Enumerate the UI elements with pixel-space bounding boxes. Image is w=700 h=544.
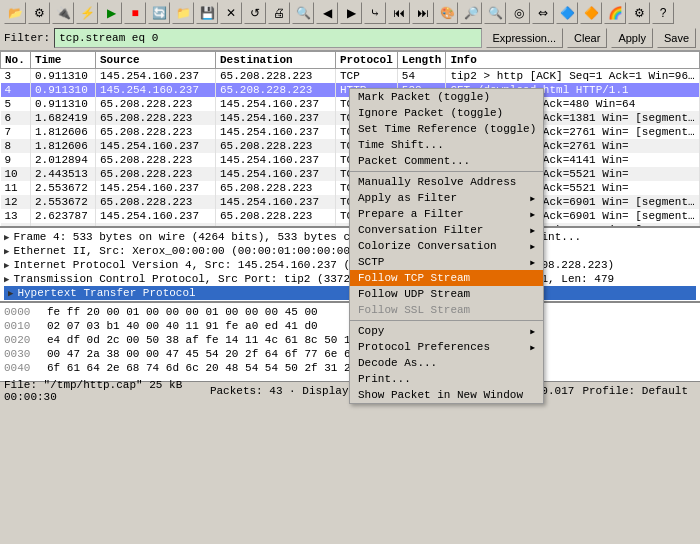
normal-size-icon[interactable]: ◎ — [508, 2, 530, 24]
menu-item-prepare-a-filter[interactable]: Prepare a Filter▶ — [350, 206, 543, 222]
col-length[interactable]: Length — [397, 52, 446, 69]
find-icon[interactable]: 🔍 — [292, 2, 314, 24]
zoom-in-icon[interactable]: 🔎 — [460, 2, 482, 24]
help-icon[interactable]: ? — [652, 2, 674, 24]
cell-source: 145.254.160.237 — [96, 139, 216, 153]
prefs-icon[interactable]: ⚙ — [628, 2, 650, 24]
stop-capture-icon[interactable]: ■ — [124, 2, 146, 24]
tree-arrow: ▶ — [4, 246, 9, 257]
menu-item-set-time-reference--toggle-[interactable]: Set Time Reference (toggle) — [350, 121, 543, 137]
menu-item-show-packet-in-new-window[interactable]: Show Packet in New Window — [350, 387, 543, 403]
menu-item-sctp[interactable]: SCTP▶ — [350, 254, 543, 270]
cell-destination: 145.254.160.237 — [216, 195, 336, 209]
save-file-icon[interactable]: 💾 — [196, 2, 218, 24]
menu-item-label: Show Packet in New Window — [358, 389, 523, 401]
prev-icon[interactable]: ◀ — [316, 2, 338, 24]
col-protocol[interactable]: Protocol — [336, 52, 398, 69]
next-icon[interactable]: ▶ — [340, 2, 362, 24]
open-icon[interactable]: 📂 — [4, 2, 26, 24]
submenu-arrow-icon: ▶ — [530, 194, 535, 203]
col-no[interactable]: No. — [1, 52, 31, 69]
menu-item-time-shift---[interactable]: Time Shift... — [350, 137, 543, 153]
menu-item-colorize-conversation[interactable]: Colorize Conversation▶ — [350, 238, 543, 254]
menu-item-label: Manually Resolve Address — [358, 176, 516, 188]
hex-bytes: 02 07 03 b1 40 00 40 11 91 fe a0 ed 41 d… — [47, 319, 342, 333]
cell-time: 0.911310 — [31, 97, 96, 111]
cell-source: 145.254.160.237 — [96, 209, 216, 223]
col-info[interactable]: Info — [446, 52, 700, 69]
submenu-arrow-icon: ▶ — [530, 242, 535, 251]
menu-separator — [350, 171, 543, 172]
tree-arrow: ▶ — [4, 260, 9, 271]
menu-item-manually-resolve-address[interactable]: Manually Resolve Address — [350, 174, 543, 190]
menu-item-copy[interactable]: Copy▶ — [350, 323, 543, 339]
zoom-out-icon[interactable]: 🔍 — [484, 2, 506, 24]
cell-time: 2.443513 — [31, 167, 96, 181]
capture-interfaces-icon[interactable]: 🔌 — [52, 2, 74, 24]
cell-source: 65.208.228.223 — [96, 125, 216, 139]
cell-destination: 145.254.160.237 — [216, 125, 336, 139]
menu-item-label: Apply as Filter — [358, 192, 457, 204]
cell-no: 9 — [1, 153, 31, 167]
start-capture-icon[interactable]: ▶ — [100, 2, 122, 24]
menu-item-protocol-preferences[interactable]: Protocol Preferences▶ — [350, 339, 543, 355]
display-filters-icon[interactable]: 🔶 — [580, 2, 602, 24]
menu-item-label: Time Shift... — [358, 139, 444, 151]
submenu-arrow-icon: ▶ — [530, 226, 535, 235]
capture-options-icon[interactable]: ⚡ — [76, 2, 98, 24]
cell-source: 145.254.160.237 — [96, 69, 216, 84]
menu-item-conversation-filter[interactable]: Conversation Filter▶ — [350, 222, 543, 238]
menu-item-packet-comment---[interactable]: Packet Comment... — [350, 153, 543, 169]
menu-item-label: Copy — [358, 325, 384, 337]
close-file-icon[interactable]: ✕ — [220, 2, 242, 24]
print-icon[interactable]: 🖨 — [268, 2, 290, 24]
save-button[interactable]: Save — [657, 28, 696, 48]
settings-icon[interactable]: ⚙ — [28, 2, 50, 24]
cell-source: 145.254.160.237 — [96, 181, 216, 195]
col-time[interactable]: Time — [31, 52, 96, 69]
reload-icon[interactable]: ↺ — [244, 2, 266, 24]
col-destination[interactable]: Destination — [216, 52, 336, 69]
cell-destination: 145.254.160.237 — [216, 153, 336, 167]
context-menu: Mark Packet (toggle)Ignore Packet (toggl… — [349, 88, 544, 404]
hex-bytes: 00 47 2a 38 00 00 47 45 54 20 2f 64 6f 7… — [47, 347, 357, 361]
clear-button[interactable]: Clear — [567, 28, 607, 48]
menu-item-decode-as---[interactable]: Decode As... — [350, 355, 543, 371]
table-row[interactable]: 30.911310145.254.160.23765.208.228.223TC… — [1, 69, 700, 84]
menu-item-print---[interactable]: Print... — [350, 371, 543, 387]
cell-no: 12 — [1, 195, 31, 209]
last-icon[interactable]: ⏭ — [412, 2, 434, 24]
go-to-packet-icon[interactable]: ⤷ — [364, 2, 386, 24]
filter-input[interactable] — [54, 28, 481, 48]
submenu-arrow-icon: ▶ — [530, 210, 535, 219]
menu-item-follow-udp-stream[interactable]: Follow UDP Stream — [350, 286, 543, 302]
hex-offset: 0040 — [4, 361, 39, 375]
restart-icon[interactable]: 🔄 — [148, 2, 170, 24]
capture-filters-icon[interactable]: 🔷 — [556, 2, 578, 24]
expression-button[interactable]: Expression... — [486, 28, 564, 48]
cell-destination: 65.208.228.223 — [216, 69, 336, 84]
menu-item-ignore-packet--toggle-[interactable]: Ignore Packet (toggle) — [350, 105, 543, 121]
cell-time: 0.911310 — [31, 83, 96, 97]
cell-source: 65.208.228.223 — [96, 195, 216, 209]
cell-destination: 145.254.160.237 — [216, 223, 336, 226]
toolbar-area: 📂 ⚙ 🔌 ⚡ ▶ ■ 🔄 📁 💾 ✕ ↺ 🖨 🔍 ◀ ▶ ⤷ ⏮ ⏭ 🎨 🔎 … — [0, 0, 700, 51]
menu-item-follow-tcp-stream[interactable]: Follow TCP Stream — [350, 270, 543, 286]
menu-item-label: Prepare a Filter — [358, 208, 464, 220]
colorize-rules-icon[interactable]: 🌈 — [604, 2, 626, 24]
colorize-icon[interactable]: 🎨 — [436, 2, 458, 24]
first-icon[interactable]: ⏮ — [388, 2, 410, 24]
menu-item-label: Protocol Preferences — [358, 341, 490, 353]
resize-columns-icon[interactable]: ⇔ — [532, 2, 554, 24]
apply-button[interactable]: Apply — [611, 28, 653, 48]
cell-no: 13 — [1, 209, 31, 223]
hex-bytes: 6f 61 64 2e 68 74 6d 6c 20 48 54 54 50 2… — [47, 361, 357, 375]
menu-item-mark-packet--toggle-[interactable]: Mark Packet (toggle) — [350, 89, 543, 105]
menu-item-label: Follow SSL Stream — [358, 304, 470, 316]
menu-item-label: Print... — [358, 373, 411, 385]
open-file-icon[interactable]: 📁 — [172, 2, 194, 24]
menu-item-label: Packet Comment... — [358, 155, 470, 167]
col-source[interactable]: Source — [96, 52, 216, 69]
menu-item-apply-as-filter[interactable]: Apply as Filter▶ — [350, 190, 543, 206]
cell-destination: 145.254.160.237 — [216, 167, 336, 181]
